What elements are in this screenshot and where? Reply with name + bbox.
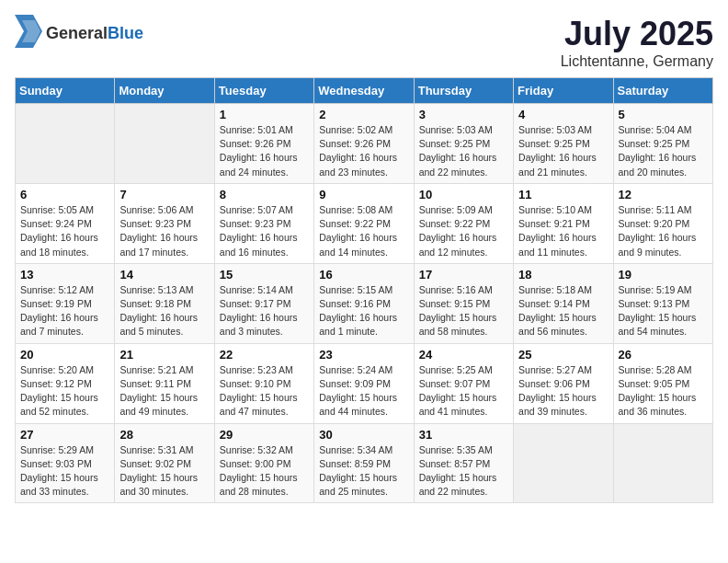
day-detail: Sunrise: 5:13 AM Sunset: 9:18 PM Dayligh…	[119, 283, 209, 339]
month-title: July 2025	[561, 15, 713, 53]
day-number: 1	[220, 108, 309, 121]
day-detail: Sunrise: 5:12 AM Sunset: 9:19 PM Dayligh…	[20, 283, 109, 339]
weekday-label: Tuesday	[214, 78, 313, 104]
day-detail: Sunrise: 5:10 AM Sunset: 9:21 PM Dayligh…	[518, 203, 608, 259]
calendar-cell: 9Sunrise: 5:08 AM Sunset: 9:22 PM Daylig…	[314, 183, 414, 263]
day-detail: Sunrise: 5:25 AM Sunset: 9:07 PM Dayligh…	[419, 363, 508, 419]
day-number: 20	[20, 348, 109, 362]
day-detail: Sunrise: 5:19 AM Sunset: 9:13 PM Dayligh…	[619, 283, 708, 339]
day-number: 9	[319, 188, 408, 201]
day-number: 24	[419, 348, 508, 362]
day-detail: Sunrise: 5:27 AM Sunset: 9:06 PM Dayligh…	[518, 363, 608, 419]
day-number: 27	[20, 428, 109, 442]
day-detail: Sunrise: 5:29 AM Sunset: 9:03 PM Dayligh…	[20, 443, 109, 500]
logo-text: GeneralBlue	[46, 24, 143, 43]
day-number: 7	[119, 188, 209, 201]
day-number: 15	[220, 268, 309, 282]
calendar-cell: 20Sunrise: 5:20 AM Sunset: 9:12 PM Dayli…	[16, 343, 115, 423]
calendar-cell: 30Sunrise: 5:34 AM Sunset: 8:59 PM Dayli…	[314, 423, 414, 503]
day-number: 30	[319, 428, 408, 442]
day-number: 16	[319, 268, 408, 282]
calendar-cell: 22Sunrise: 5:23 AM Sunset: 9:10 PM Dayli…	[214, 343, 313, 423]
calendar-cell	[16, 104, 115, 184]
day-detail: Sunrise: 5:04 AM Sunset: 9:25 PM Dayligh…	[619, 123, 708, 179]
day-number: 19	[619, 268, 708, 282]
day-detail: Sunrise: 5:21 AM Sunset: 9:11 PM Dayligh…	[119, 363, 209, 419]
location-title: Lichtentanne, Germany	[561, 53, 713, 70]
weekday-label: Monday	[115, 78, 214, 104]
calendar-cell: 28Sunrise: 5:31 AM Sunset: 9:02 PM Dayli…	[115, 423, 214, 503]
day-number: 2	[319, 108, 408, 121]
day-detail: Sunrise: 5:06 AM Sunset: 9:23 PM Dayligh…	[119, 203, 209, 259]
day-number: 13	[20, 268, 109, 282]
day-number: 8	[220, 188, 309, 201]
day-number: 25	[518, 348, 608, 362]
calendar-cell: 21Sunrise: 5:21 AM Sunset: 9:11 PM Dayli…	[115, 343, 214, 423]
day-detail: Sunrise: 5:09 AM Sunset: 9:22 PM Dayligh…	[419, 203, 508, 259]
calendar-cell: 5Sunrise: 5:04 AM Sunset: 9:25 PM Daylig…	[613, 104, 712, 184]
weekday-label: Wednesday	[314, 78, 414, 104]
calendar-week-row: 6Sunrise: 5:05 AM Sunset: 9:24 PM Daylig…	[16, 183, 713, 263]
page-header: GeneralBlue July 2025 Lichtentanne, Germ…	[15, 15, 713, 70]
day-detail: Sunrise: 5:07 AM Sunset: 9:23 PM Dayligh…	[220, 203, 309, 259]
day-detail: Sunrise: 5:08 AM Sunset: 9:22 PM Dayligh…	[319, 203, 408, 259]
day-detail: Sunrise: 5:05 AM Sunset: 9:24 PM Dayligh…	[20, 203, 109, 259]
day-detail: Sunrise: 5:15 AM Sunset: 9:16 PM Dayligh…	[319, 283, 408, 339]
day-number: 29	[220, 428, 309, 442]
day-detail: Sunrise: 5:14 AM Sunset: 9:17 PM Dayligh…	[220, 283, 309, 339]
day-number: 31	[419, 428, 508, 442]
calendar-cell: 14Sunrise: 5:13 AM Sunset: 9:18 PM Dayli…	[115, 263, 214, 343]
day-number: 5	[619, 108, 708, 121]
logo-icon	[15, 15, 42, 52]
calendar-cell: 15Sunrise: 5:14 AM Sunset: 9:17 PM Dayli…	[214, 263, 313, 343]
calendar-cell: 2Sunrise: 5:02 AM Sunset: 9:26 PM Daylig…	[314, 104, 414, 184]
day-detail: Sunrise: 5:35 AM Sunset: 8:57 PM Dayligh…	[419, 443, 508, 500]
calendar-cell: 6Sunrise: 5:05 AM Sunset: 9:24 PM Daylig…	[16, 183, 115, 263]
logo-blue: Blue	[108, 24, 143, 42]
calendar-cell: 7Sunrise: 5:06 AM Sunset: 9:23 PM Daylig…	[115, 183, 214, 263]
day-number: 12	[619, 188, 708, 201]
calendar-cell: 29Sunrise: 5:32 AM Sunset: 9:00 PM Dayli…	[214, 423, 313, 503]
day-number: 6	[20, 188, 109, 201]
calendar-cell	[514, 423, 613, 503]
calendar-cell: 8Sunrise: 5:07 AM Sunset: 9:23 PM Daylig…	[214, 183, 313, 263]
calendar-week-row: 20Sunrise: 5:20 AM Sunset: 9:12 PM Dayli…	[16, 343, 713, 423]
weekday-label: Thursday	[414, 78, 513, 104]
calendar-cell: 31Sunrise: 5:35 AM Sunset: 8:57 PM Dayli…	[414, 423, 513, 503]
calendar-cell: 1Sunrise: 5:01 AM Sunset: 9:26 PM Daylig…	[214, 104, 313, 184]
day-detail: Sunrise: 5:03 AM Sunset: 9:25 PM Dayligh…	[518, 123, 608, 179]
calendar-body: 1Sunrise: 5:01 AM Sunset: 9:26 PM Daylig…	[16, 104, 713, 503]
day-detail: Sunrise: 5:01 AM Sunset: 9:26 PM Dayligh…	[220, 123, 309, 179]
logo-general: General	[46, 24, 108, 42]
calendar-cell: 3Sunrise: 5:03 AM Sunset: 9:25 PM Daylig…	[414, 104, 513, 184]
calendar-cell: 26Sunrise: 5:28 AM Sunset: 9:05 PM Dayli…	[613, 343, 712, 423]
day-number: 11	[518, 188, 608, 201]
day-number: 10	[419, 188, 508, 201]
day-detail: Sunrise: 5:18 AM Sunset: 9:14 PM Dayligh…	[518, 283, 608, 339]
calendar-cell	[613, 423, 712, 503]
day-detail: Sunrise: 5:11 AM Sunset: 9:20 PM Dayligh…	[619, 203, 708, 259]
calendar-cell: 12Sunrise: 5:11 AM Sunset: 9:20 PM Dayli…	[613, 183, 712, 263]
weekday-label: Saturday	[613, 78, 712, 104]
calendar-cell: 18Sunrise: 5:18 AM Sunset: 9:14 PM Dayli…	[514, 263, 613, 343]
day-number: 26	[619, 348, 708, 362]
day-detail: Sunrise: 5:16 AM Sunset: 9:15 PM Dayligh…	[419, 283, 508, 339]
day-detail: Sunrise: 5:28 AM Sunset: 9:05 PM Dayligh…	[619, 363, 708, 419]
day-number: 3	[419, 108, 508, 121]
calendar-cell	[115, 104, 214, 184]
calendar-cell: 25Sunrise: 5:27 AM Sunset: 9:06 PM Dayli…	[514, 343, 613, 423]
calendar-cell: 19Sunrise: 5:19 AM Sunset: 9:13 PM Dayli…	[613, 263, 712, 343]
day-number: 18	[518, 268, 608, 282]
calendar-cell: 17Sunrise: 5:16 AM Sunset: 9:15 PM Dayli…	[414, 263, 513, 343]
calendar-week-row: 1Sunrise: 5:01 AM Sunset: 9:26 PM Daylig…	[16, 104, 713, 184]
day-detail: Sunrise: 5:32 AM Sunset: 9:00 PM Dayligh…	[220, 443, 309, 500]
day-detail: Sunrise: 5:34 AM Sunset: 8:59 PM Dayligh…	[319, 443, 408, 500]
calendar-cell: 10Sunrise: 5:09 AM Sunset: 9:22 PM Dayli…	[414, 183, 513, 263]
day-number: 23	[319, 348, 408, 362]
calendar-cell: 27Sunrise: 5:29 AM Sunset: 9:03 PM Dayli…	[16, 423, 115, 503]
calendar-cell: 11Sunrise: 5:10 AM Sunset: 9:21 PM Dayli…	[514, 183, 613, 263]
day-number: 22	[220, 348, 309, 362]
calendar-cell: 24Sunrise: 5:25 AM Sunset: 9:07 PM Dayli…	[414, 343, 513, 423]
calendar-cell: 23Sunrise: 5:24 AM Sunset: 9:09 PM Dayli…	[314, 343, 414, 423]
day-number: 17	[419, 268, 508, 282]
